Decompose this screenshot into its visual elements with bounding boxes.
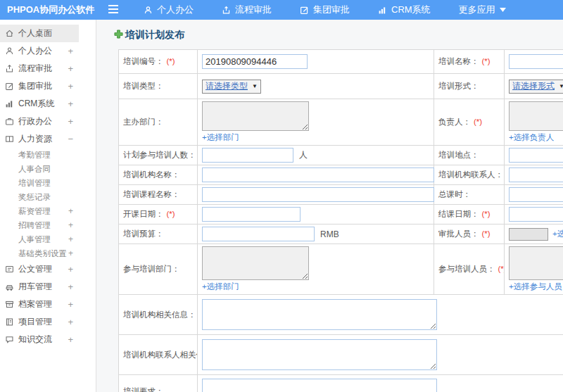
sidebar-subitem-label: 基础类别设置	[18, 248, 68, 259]
required-mark: (*)	[167, 210, 175, 218]
car-icon	[5, 282, 14, 291]
requirements-textarea[interactable]	[202, 379, 437, 392]
nav-flow-approval[interactable]: 流程审批	[208, 0, 286, 20]
sidebar-subitem-label: 薪资管理	[18, 206, 68, 217]
join-depts-textarea[interactable]	[202, 246, 309, 280]
expand-toggle: +	[68, 63, 73, 74]
required-mark: (*)	[474, 118, 482, 126]
required-mark: (*)	[167, 57, 175, 65]
field-label: 培训课程名称：	[123, 190, 180, 198]
card-icon	[5, 134, 14, 144]
sidebar-item-label: CRM系统	[18, 98, 68, 110]
sidebar-subitem-label: 招聘管理	[18, 220, 68, 231]
org-contact-info-textarea[interactable]	[202, 339, 437, 370]
sidebar-item-group-approval[interactable]: 集团审批 +	[0, 77, 79, 95]
sidebar-item-flow-approval[interactable]: 流程审批 +	[0, 60, 79, 77]
start-date-input[interactable]	[202, 207, 301, 222]
sidebar-item-label: 公文管理	[18, 263, 68, 275]
training-form-select[interactable]: 请选择形式▼	[509, 80, 563, 94]
sidebar-subitem-label: 人事合同	[18, 164, 73, 175]
field-label: 培训类型：	[123, 82, 164, 90]
field-label: 参与培训部门：	[123, 265, 180, 273]
expand-toggle: +	[68, 282, 73, 292]
sidebar-item-label: 人力资源	[18, 133, 68, 145]
sidebar-subitem-rewards[interactable]: 奖惩记录	[0, 190, 79, 204]
field-label: 培训预算：	[123, 229, 164, 238]
sidebar-subitem-hr-contract[interactable]: 人事合同	[0, 162, 79, 176]
sidebar-subitem-label: 人事管理	[18, 234, 68, 245]
field-label: 培训机构联系人：	[438, 170, 503, 179]
sidebar-item-label: 行政办公	[18, 115, 68, 127]
nav-group-approval[interactable]: 集团审批	[286, 0, 364, 20]
course-name-input[interactable]	[202, 187, 434, 202]
field-label: 负责人：	[438, 118, 471, 126]
hamburger-icon	[108, 4, 118, 16]
flow-icon	[222, 6, 231, 15]
training-type-select[interactable]: 请选择类型▼	[202, 80, 261, 94]
sidebar-item-archive[interactable]: 档案管理 +	[0, 296, 79, 313]
sidebar-item-personal-desktop[interactable]: 个人桌面	[0, 25, 79, 42]
sidebar-subitem-label: 奖惩记录	[18, 192, 73, 203]
unit-suffix: 人	[299, 149, 308, 161]
nav-more-apps[interactable]: 更多应用	[445, 0, 520, 20]
hamburger-menu-button[interactable]	[108, 4, 118, 16]
join-people-textarea[interactable]	[509, 246, 563, 280]
sidebar-subitem-recruit[interactable]: 招聘管理 +	[0, 218, 79, 232]
field-label: 主办部门：	[123, 118, 164, 126]
leader-textarea[interactable]	[509, 101, 563, 131]
required-mark: (*)	[498, 265, 505, 273]
briefcase-icon	[5, 117, 14, 126]
field-label: 结课日期：	[438, 210, 479, 218]
sidebar-subitem-personnel[interactable]: 人事管理 +	[0, 232, 79, 246]
select-participants-link[interactable]: +选择参与人员	[509, 282, 562, 291]
expand-toggle: +	[68, 334, 73, 345]
sidebar-subitem-salary[interactable]: 薪资管理 +	[0, 204, 79, 218]
nav-crm-system[interactable]: CRM系统	[364, 0, 445, 20]
chart-icon	[378, 6, 387, 15]
total-hours-input[interactable]	[509, 187, 563, 202]
sidebar-subitem-base-category[interactable]: 基础类别设置 +	[0, 246, 79, 260]
expand-toggle: +	[68, 206, 73, 216]
sidebar-item-label: 知识交流	[18, 334, 68, 346]
sidebar-subitem-label: 考勤管理	[18, 150, 73, 160]
training-plan-form: 培训编号：(*) 培训名称：(*) 培训类型： 请选择类型▼ 培训形式： 请选择…	[118, 49, 563, 392]
host-dept-textarea[interactable]	[202, 101, 309, 131]
select-leader-link[interactable]: +选择负责人	[509, 133, 554, 141]
org-contact-input[interactable]	[509, 167, 563, 182]
budget-input[interactable]	[202, 227, 315, 241]
sidebar-item-hr[interactable]: 人力资源 −	[0, 130, 79, 148]
sidebar-item-admin-office[interactable]: 行政办公 +	[0, 113, 79, 130]
sidebar-item-crm[interactable]: CRM系统 +	[0, 95, 79, 113]
home-icon	[5, 29, 14, 38]
sidebar-item-vehicle[interactable]: 用车管理 +	[0, 278, 79, 296]
required-mark: (*)	[482, 57, 491, 65]
select-dept-link[interactable]: +选择部门	[202, 133, 239, 141]
training-no-input[interactable]	[202, 54, 308, 69]
end-date-input[interactable]	[509, 207, 563, 222]
expand-toggle: +	[68, 46, 73, 56]
planned-count-input[interactable]	[202, 148, 293, 163]
top-nav: 个人办公 流程审批 集团审批 CRM系统 更多应用	[129, 0, 520, 20]
field-label: 审批人员：	[438, 229, 479, 238]
sidebar-item-personal-office[interactable]: 个人办公 +	[0, 42, 79, 60]
flow-icon	[5, 64, 14, 73]
nav-personal-office[interactable]: 个人办公	[129, 0, 208, 20]
training-name-input[interactable]	[509, 54, 563, 69]
sidebar-item-label: 集团审批	[18, 80, 68, 92]
sidebar-item-label: 用车管理	[18, 281, 68, 293]
expand-toggle: +	[68, 220, 73, 230]
required-mark: (*)	[482, 229, 491, 238]
sidebar-item-documents[interactable]: 公文管理 +	[0, 260, 79, 278]
sidebar-subitem-attendance[interactable]: 考勤管理	[0, 148, 79, 162]
sidebar-item-knowledge[interactable]: 知识交流 +	[0, 331, 79, 348]
currency-suffix: RMB	[320, 229, 339, 239]
approver-input[interactable]	[509, 228, 548, 241]
select-approver-link[interactable]: +选择审批人员	[552, 229, 563, 239]
org-name-input[interactable]	[202, 167, 434, 182]
edit-icon	[300, 6, 309, 15]
select-dept-link[interactable]: +选择部门	[202, 282, 239, 291]
location-input[interactable]	[509, 148, 563, 163]
sidebar-item-project[interactable]: 项目管理 +	[0, 313, 79, 331]
org-info-textarea[interactable]	[202, 299, 437, 330]
sidebar-subitem-training[interactable]: 培训管理	[0, 176, 79, 190]
